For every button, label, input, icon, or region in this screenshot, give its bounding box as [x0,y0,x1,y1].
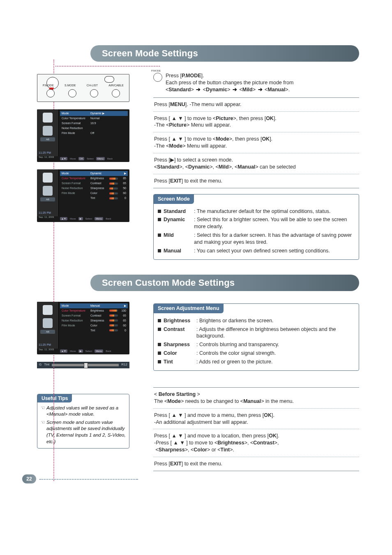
definition-row: Tint : Adds red or green to the picture. [158,358,355,365]
osd-footer: ▲▼Move▶SelectMenuBack [60,349,128,354]
osd-row: Tint 0 [60,196,128,201]
osd-manual-sliders: AB 11:25 PM Sep. 11, 2003 ModeManual▶Col… [37,302,129,354]
definition-desc: : You can select your own defined screen… [194,247,355,254]
useful-tips-box: Useful Tips Adjusted values will be save… [37,394,129,449]
instruction-step: Press [ ▲ ▼ ] to move to <Picture>, then… [153,112,359,133]
osd-row: Film Mode Color 60 [60,323,128,328]
instruction-step: Press [ ▲ ▼ ] and move to a location, th… [153,429,359,457]
heading-text: Screen Custom Mode Settings [102,277,235,289]
osd-row: Tint 0 [60,328,128,333]
screen-mode-box: Screen Mode Standard : The manufacturer … [153,194,359,260]
text: Press [ [166,73,182,79]
step-list: < Before Starting >The <Mode> needs to b… [153,387,359,471]
osd-mode-sliders: AB 11:25 PM Sep. 11, 2003 ModeDynamic▶Co… [37,169,129,222]
tint-adjust-bar: G Tint R12 [37,362,129,368]
ab-badge: AB [40,330,55,334]
osd-date: Sep. 11, 2003 [39,215,54,219]
ab-badge: AB [40,197,55,201]
osd-rows: ModeDynamic ▶Color TemperatureNormalScre… [60,111,128,155]
definition-row: Sharpness : Controls blurring and transp… [158,341,355,348]
osd-rows: ModeDynamic▶Color Temperature Brightness… [60,171,128,215]
step-list: Press [MENU]. -The menu will appear.Pres… [153,97,359,188]
label-pmode: P.MODE [43,83,54,87]
button-circle-icon [46,89,55,97]
adjustment-menu-box: Screen Adjustment Menu Brightness : Brig… [153,303,359,371]
osd-row: Film Mode Color 60 [60,191,128,196]
definition-row: Manual : You can select your own defined… [158,247,355,254]
tint-g-label: G [39,363,42,367]
instruction-step: Press [ ▲ ▼ ] to move to <Mode>, then pr… [153,132,359,153]
button-circle-icon [68,89,76,97]
tip-item: Adjusted values will be saved as a <Manu… [41,405,126,418]
definition-term: Mild [164,232,191,246]
box-heading: Screen Adjustment Menu [154,304,224,313]
osd-date: Sep. 11, 2003 [39,155,54,159]
remote-illustration: P.MODE S.MODE CH-LIST AIR/CABLE [37,74,129,102]
definition-desc: : Brightens or darkens the screen. [196,317,355,324]
instruction-step: Press [▶] to select a screen mode.<Stand… [153,153,359,174]
osd-picture-menu: AB 11:25 PM Sep. 11, 2003 ModeDynamic ▶C… [37,109,129,162]
button-circle-icon [112,89,120,97]
remote-button-labels: P.MODE S.MODE CH-LIST AIR/CABLE [37,83,129,87]
osd-row: Noise Reduction [60,126,128,131]
osd-footer: ▲▼MoveOKSelectMenuBack [60,156,128,161]
osd-clock: 11:25 PM [39,211,51,215]
bullet-square-icon [158,218,161,221]
tip-item: Screen mode and custom value adjustments… [41,419,126,445]
tips-list: Adjusted values will be saved as a <Manu… [41,405,126,445]
label-aircable: AIR/CABLE [108,83,124,87]
osd-clock: 11:25 PM [39,343,51,347]
section-heading-custom-mode: Screen Custom Mode Settings [90,275,359,291]
label-smode: S.MODE [65,83,76,87]
bullet-square-icon [158,360,161,363]
definition-term: Color [164,350,194,357]
button-circle-icon [90,89,98,97]
instruction-step: Press [EXIT] to exit the menu. [153,457,359,471]
definition-desc: : The manufacturer default for the optim… [194,208,355,215]
osd-rows: ModeManual▶Color Temperature Brightness … [60,303,128,348]
osd-row: Color Temperature Brightness 100 [60,308,128,313]
dotted-connector [53,66,160,67]
bullet-square-icon [158,352,161,355]
box-body: Standard : The manufacturer default for … [154,204,359,259]
text: Each press of the button changes the pic… [166,80,293,86]
bullet-square-icon [158,319,161,322]
section-heading-screen-mode: Screen Mode Settings [90,45,359,62]
definition-row: Mild : Select this for a darker screen. … [158,232,355,246]
ab-badge: AB [40,137,55,141]
bullet-square-icon [158,343,161,346]
tint-thumb-icon [84,363,88,368]
definition-desc: : Controls blurring and transparency. [196,341,355,348]
heading-text: Screen Mode Settings [102,47,198,60]
mode-sequence: <Standard> ➔ <Dynamic> ➔ <Mild> ➔ <Manua… [166,87,290,92]
right-column: Screen Adjustment Menu Brightness : Brig… [138,302,359,477]
page-number-badge: 22 [22,474,36,483]
picture-tile-icon [43,186,53,196]
definition-row: Color : Controls the color signal streng… [158,350,355,357]
osd-date: Sep. 11, 2003 [39,348,54,351]
label-chlist: CH-LIST [87,83,98,87]
picture-tile-icon [43,173,53,183]
definition-desc: : Adjusts the difference in brightness b… [196,326,355,340]
definition-row: Brightness : Brightens or darkens the sc… [158,317,355,324]
tint-track [52,364,119,366]
osd-clock: 11:25 PM [39,151,51,155]
bullet-square-icon [158,210,161,213]
definition-desc: : Select this for a darker screen. It ha… [194,232,355,246]
definition-term: Manual [164,247,191,254]
definition-term: Brightness [164,317,194,324]
osd-row: ModeManual▶ [60,303,128,308]
instruction-step: Press [ ▲ ▼ ] and move to a menu, then p… [153,409,359,430]
box-heading: Screen Mode [154,194,194,204]
pmode-button-icon [153,73,162,82]
osd-row: Film ModeOff [60,131,128,136]
definition-desc: : Controls the color signal strength. [196,350,355,357]
picture-tile-icon [43,305,53,315]
osd-row: Screen Format Contrast 65 [60,181,128,186]
manual-page: Screen Mode Settings P.MODE S.MODE CH-LI… [0,0,392,502]
definition-row: Dynamic : Select this for a brighter scr… [158,216,355,230]
definition-term: Dynamic [164,216,191,230]
text-bold: P.MODE [182,73,201,79]
instruction-step: < Before Starting >The <Mode> needs to b… [153,388,359,409]
definition-term: Contrast [164,326,194,340]
